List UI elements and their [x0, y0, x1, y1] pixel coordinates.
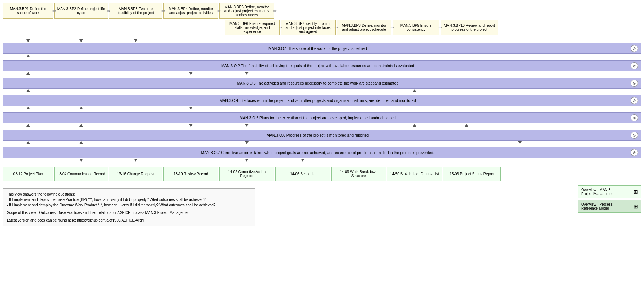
outcome-1-row: MAN.3.O.1 The scope of the work for the … [3, 43, 641, 54]
wp6-box[interactable]: 14-06 Schedule [275, 167, 330, 181]
bp2-box[interactable]: MAN.3.BP2 Define project life cycle ⇒ [54, 3, 108, 19]
bp10-box[interactable]: MAN.3.BP10 Review and report progress of… [441, 20, 498, 35]
arrow-up-3-bp8 [413, 89, 416, 92]
info-line2: - If I implement and deploy the Base Pra… [7, 197, 251, 202]
nav-prm-box[interactable]: Overview - Process Reference Model ⊞ [578, 200, 641, 213]
arrow-up-5-bp2 [79, 124, 83, 127]
arrow-down-bp1 [26, 39, 30, 42]
bp9-label: MAN.3.BP9 Ensure consistency [395, 23, 437, 31]
bp1-label: MAN.3.BP1 Define the scope of work [5, 7, 51, 15]
diagram-area: MAN.3.O.1 The scope of the work for the … [3, 36, 641, 165]
wp8-box[interactable]: 14-50 Stakeholder Groups List [387, 167, 442, 181]
bp8-box[interactable]: MAN.3.BP8 Define, monitor and adjust pro… [337, 20, 391, 35]
arrow-up-6-bp2 [79, 141, 83, 144]
arrow-down-wp-bp2 [79, 159, 83, 162]
wp3-box[interactable]: 13-16 Change Request [109, 167, 162, 181]
bp3-box[interactable]: MAN.3.BP3 Evaluate feasibility of the pr… [109, 3, 162, 19]
info-line1: This view answers the following question… [7, 192, 251, 197]
wp7-label: 14-09 Work Breakdown Structure [334, 170, 384, 178]
nav-man3-line2: Project Management [581, 192, 614, 196]
bp4-box[interactable]: MAN.3.BP4 Define, monitor and adjust pro… [163, 3, 218, 19]
wp9-box[interactable]: 15-06 Project Status Report [443, 167, 501, 181]
bp5-label: MAN.3.BP5 Define, monitor and adjust pro… [222, 5, 272, 17]
nav-man3-line1: Overview - MAN.3 [581, 188, 614, 192]
arrow-down-bp3 [134, 39, 137, 42]
arrow-up-4-bp1 [26, 107, 30, 110]
arrow-up-6-bp1 [26, 141, 30, 144]
bp3-label: MAN.3.BP3 Evaluate feasibility of the pr… [111, 7, 160, 15]
info-line3: - If I implement and demploy the Outcome… [7, 202, 251, 208]
wp4-label: 13-19 Review Record [174, 172, 208, 176]
outcome-2-row: MAN.3.O.2 The feasibility of achieving t… [3, 60, 641, 71]
bp9-box[interactable]: MAN.3.BP9 Ensure consistency ⇒ [393, 20, 439, 35]
outcome-3-row: MAN.3.O.3 The activities and resources n… [3, 78, 641, 89]
nav-prm-icon: ⊞ [634, 203, 638, 209]
nav-man3-icon: ⊞ [634, 189, 638, 195]
wp1-box[interactable]: 08-12 Project Plan [3, 167, 53, 181]
main-container: MAN.3.BP1 Define the scope of work ⇒ MAN… [0, 0, 644, 292]
nav-man3-box[interactable]: Overview - MAN.3 Project Management ⊞ [578, 185, 641, 198]
arrow-up-1-bp1 [26, 55, 30, 57]
arrow-down-o3-bp5 [245, 72, 249, 75]
info-box: This view answers the following question… [3, 188, 255, 226]
wp2-box[interactable]: 13-04 Communication Record [54, 167, 108, 181]
arrow-up-4-bp2 [79, 107, 83, 110]
wp3-label: 13-16 Change Request [117, 172, 154, 176]
nav-section: Overview - MAN.3 Project Management ⊞ Ov… [578, 185, 641, 213]
outcome-7-text: MAN.3.O.7 Corrective action is taken whe… [6, 150, 629, 155]
outcome-2-text: MAN.3.O.2 The feasibility of achieving t… [6, 64, 629, 68]
wp4-box[interactable]: 13-19 Review Record [163, 167, 218, 181]
arrow-down-wp-bp5a [245, 159, 249, 162]
arrow-down-bp2 [79, 39, 83, 42]
wp9-label: 15-06 Project Status Report [450, 172, 494, 176]
outcome-2-icon: ◎ [631, 62, 638, 69]
work-products-row: 08-12 Project Plan 13-04 Communication R… [3, 167, 641, 181]
wp2-label: 13-04 Communication Record [57, 172, 105, 176]
arrow-up-3-bp1 [26, 89, 30, 92]
nav-prm-line1: Overview - Process [581, 202, 613, 206]
outcome-1-text: MAN.3.O.1 The scope of the work for the … [6, 46, 629, 51]
bp8-label: MAN.3.BP8 Define, monitor and adjust pro… [339, 23, 389, 31]
arrow-down-6-bp5 [245, 141, 249, 144]
outcome-5-icon: ◎ [631, 114, 638, 121]
wp6-label: 14-06 Schedule [290, 172, 315, 176]
outcome-4-text: MAN.3.O.4 Interfaces within the project,… [6, 98, 629, 103]
outcome-4-row: MAN.3.O.4 Interfaces within the project,… [3, 95, 641, 106]
arrow-down-6-bp10 [518, 141, 522, 144]
arrow-down-5-bp5 [245, 124, 249, 127]
arrow-down-5-bp4 [189, 124, 193, 127]
bp2-label: MAN.3.BP2 Define project life cycle [57, 7, 105, 15]
bp10-label: MAN.3.BP10 Review and report progress of… [443, 23, 496, 31]
outcome-1-icon: ◎ [631, 45, 638, 52]
arrow-up-5-bp9 [465, 124, 468, 127]
arrow-up-5-bp8 [413, 124, 416, 127]
wp8-label: 14-50 Stakeholder Groups List [390, 172, 439, 176]
arrow-down-wp-bp5b [301, 159, 305, 162]
nav-prm-line2: Reference Model [581, 206, 613, 210]
outcome-3-icon: ◎ [631, 80, 638, 87]
bp4-label: MAN.3.BP4 Define, monitor and adjust pro… [166, 7, 216, 15]
arrow-down-4-bp4 [189, 107, 193, 110]
bp6-box[interactable]: MAN.3.BP6 Ensure required skills, knowle… [225, 20, 280, 35]
outcome-4-icon: ◎ [631, 97, 638, 104]
outcome-6-icon: ◎ [631, 132, 638, 139]
arrow-up-2-bp1 [26, 72, 30, 75]
wp5-box[interactable]: 14-02 Corrective Action Register [219, 167, 274, 181]
wp1-label: 08-12 Project Plan [13, 172, 43, 176]
wp7-box[interactable]: 14-09 Work Breakdown Structure [331, 167, 386, 181]
bp7-label: MAN.3.BP7 Identify, monitor and adjust p… [283, 22, 333, 34]
arrow-down-o3-bp4 [189, 72, 193, 75]
outcome-5-row: MAN.3.O.5 Plans for the execution of the… [3, 112, 641, 123]
bp5-box[interactable]: MAN.3.BP5 Define, monitor and adjust pro… [219, 3, 274, 19]
arrow-up-5-bp1 [26, 124, 30, 127]
outcome-3-text: MAN.3.O.3 The activities and resources n… [6, 81, 629, 85]
bp1-box[interactable]: MAN.3.BP1 Define the scope of work ⇒ [3, 3, 53, 19]
outcome-6-row: MAN.3.O.6 Progress of the project is mon… [3, 130, 641, 141]
arrow-down-wp-bp3 [134, 159, 137, 162]
info-line7: Latest version and docs can be found her… [7, 218, 251, 223]
outcome-5-text: MAN.3.O.5 Plans for the execution of the… [6, 116, 629, 120]
bp6-label: MAN.3.BP6 Ensure required skills, knowle… [227, 22, 277, 34]
bp7-box[interactable]: MAN.3.BP7 Identify, monitor and adjust p… [281, 20, 336, 35]
info-line5: Scope of this view - Outcomes, Base Prac… [7, 210, 251, 215]
wp5-label: 14-02 Corrective Action Register [222, 170, 272, 178]
